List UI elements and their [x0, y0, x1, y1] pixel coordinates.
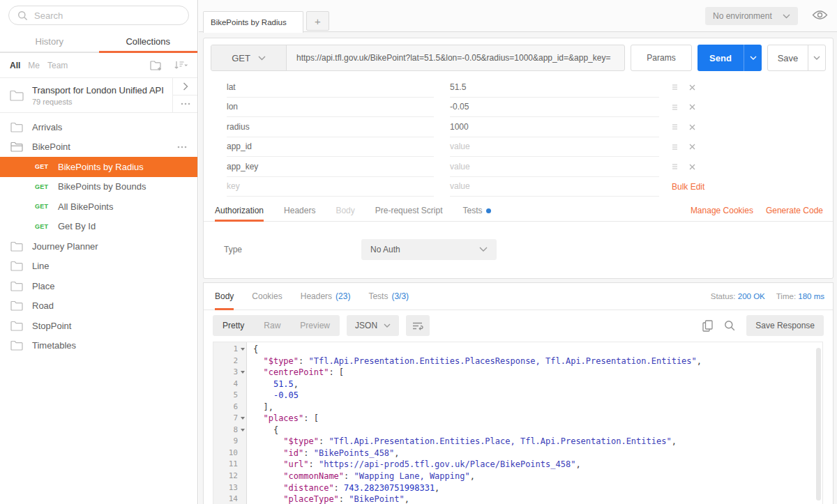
- sidebar-folder[interactable]: StopPoint: [0, 316, 197, 336]
- remove-param-icon[interactable]: [689, 144, 695, 150]
- search-response-icon[interactable]: [724, 320, 735, 331]
- param-value-field[interactable]: 51.5: [450, 77, 659, 98]
- param-value-field[interactable]: value: [450, 177, 659, 197]
- drag-handle-icon[interactable]: [672, 163, 678, 170]
- code-text: -0.05: [247, 390, 299, 402]
- sidebar-folder[interactable]: BikePoint: [0, 137, 197, 158]
- drag-handle-icon[interactable]: [672, 104, 678, 111]
- request-tab[interactable]: BikePoints by Radius: [203, 11, 303, 33]
- sidebar-request[interactable]: GETGet By Id: [0, 217, 197, 237]
- search-box[interactable]: [8, 6, 189, 25]
- remove-param-icon[interactable]: [689, 124, 695, 130]
- fold-icon[interactable]: [241, 429, 245, 434]
- param-key-field[interactable]: key: [227, 177, 434, 197]
- filter-me[interactable]: Me: [28, 61, 40, 70]
- url-input-wrap: [287, 45, 624, 70]
- request-method-badge: GET: [35, 163, 58, 170]
- copy-icon[interactable]: [702, 320, 713, 332]
- line-number: 11: [229, 459, 238, 468]
- sort-icon[interactable]: [174, 61, 188, 70]
- folder-more-options-icon[interactable]: [177, 146, 187, 148]
- sidebar-request[interactable]: GETBikePoints by Bounds: [0, 177, 197, 197]
- remove-param-icon[interactable]: [689, 104, 695, 110]
- filter-team[interactable]: Team: [47, 61, 68, 70]
- param-key-field[interactable]: lon: [227, 98, 434, 118]
- environment-selector[interactable]: No environment: [705, 7, 798, 25]
- drag-handle-icon[interactable]: [672, 84, 678, 91]
- time-value[interactable]: 180 ms: [798, 292, 824, 300]
- request-section-tab-tests[interactable]: Tests: [462, 200, 491, 221]
- param-key-field[interactable]: app_key: [227, 157, 434, 177]
- param-key-field[interactable]: lat: [227, 77, 434, 98]
- request-section-tab-pre-request-script[interactable]: Pre-request Script: [375, 200, 443, 221]
- sidebar-request[interactable]: GETAll BikePoints: [0, 197, 197, 217]
- remove-param-icon[interactable]: [689, 164, 695, 170]
- drag-handle-icon[interactable]: [672, 144, 678, 151]
- param-controls: [659, 117, 833, 137]
- sidebar-folder[interactable]: Road: [0, 296, 197, 316]
- sidebar-folder[interactable]: Line: [0, 257, 197, 277]
- view-mode-raw[interactable]: Raw: [254, 315, 290, 336]
- send-button[interactable]: Send: [698, 45, 762, 71]
- chevron-down-icon: [783, 14, 790, 19]
- send-options-chevron-icon[interactable]: [744, 45, 762, 71]
- wrap-text-button[interactable]: [406, 315, 430, 336]
- remove-param-icon[interactable]: [689, 84, 695, 91]
- response-tab-body[interactable]: Body: [215, 283, 234, 310]
- response-tab-headers[interactable]: Headers(23): [301, 283, 351, 310]
- sidebar-tab-history[interactable]: History: [0, 31, 99, 52]
- new-tab-button[interactable]: +: [306, 11, 329, 31]
- param-value-field[interactable]: value: [450, 157, 659, 177]
- manage-cookies-link[interactable]: Manage Cookies: [691, 206, 753, 215]
- tab-count: (23): [335, 291, 350, 301]
- sidebar-folder[interactable]: Place: [0, 276, 197, 296]
- save-options-chevron-icon[interactable]: [808, 45, 825, 70]
- line-number: 12: [229, 471, 238, 480]
- code-text: "placeType": "BikePoint",: [247, 494, 409, 504]
- collection-more-options-icon[interactable]: [173, 95, 197, 112]
- request-section-tab-authorization[interactable]: Authorization: [215, 200, 264, 221]
- code-token: {: [273, 425, 278, 435]
- sidebar-tab-collections[interactable]: Collections: [99, 31, 198, 52]
- param-key-field[interactable]: radius: [227, 117, 434, 137]
- code-token: ,: [470, 471, 475, 481]
- filter-all[interactable]: All: [10, 61, 20, 70]
- sidebar-request[interactable]: GETBikePoints by Radius: [0, 157, 197, 177]
- view-mode-pretty[interactable]: Pretty: [213, 315, 254, 336]
- params-button[interactable]: Params: [631, 45, 692, 71]
- editor-scrollbar-thumb[interactable]: [816, 348, 821, 501]
- save-button[interactable]: Save: [767, 45, 826, 71]
- response-tab-tests[interactable]: Tests(3/3): [368, 283, 409, 310]
- collection-row[interactable]: Transport for London Unified API 79 requ…: [0, 77, 197, 113]
- format-select[interactable]: JSON: [347, 315, 399, 336]
- save-response-button[interactable]: Save Response: [746, 315, 824, 336]
- param-value-field[interactable]: value: [450, 137, 659, 158]
- sidebar-folder[interactable]: Arrivals: [0, 117, 197, 137]
- sidebar-folder[interactable]: Timetables: [0, 336, 197, 356]
- request-section-tab-headers[interactable]: Headers: [284, 200, 315, 221]
- method-select[interactable]: GET: [211, 45, 287, 70]
- folder-label: StopPoint: [32, 321, 71, 331]
- chevron-right-icon[interactable]: [173, 78, 197, 95]
- view-mode-preview[interactable]: Preview: [290, 315, 340, 336]
- param-value-field[interactable]: 1000: [450, 117, 659, 137]
- auth-type-select[interactable]: No Auth: [361, 239, 497, 260]
- new-collection-icon[interactable]: [150, 60, 163, 71]
- status-value[interactable]: 200 OK: [738, 292, 765, 300]
- code-token: ,: [697, 356, 702, 366]
- url-input[interactable]: [296, 53, 614, 63]
- search-input[interactable]: [34, 10, 180, 21]
- bulk-edit-link[interactable]: Bulk Edit: [672, 182, 704, 192]
- fold-icon[interactable]: [241, 371, 245, 376]
- generate-code-link[interactable]: Generate Code: [766, 206, 823, 215]
- fold-icon[interactable]: [241, 348, 245, 353]
- sidebar-folder[interactable]: Journey Planner: [0, 236, 197, 257]
- auth-type-label: Type: [224, 245, 361, 254]
- param-key-field[interactable]: app_id: [227, 137, 434, 158]
- response-tab-cookies[interactable]: Cookies: [252, 283, 282, 310]
- drag-handle-icon[interactable]: [672, 123, 678, 130]
- environment-preview-eye-icon[interactable]: [812, 10, 828, 20]
- request-section-tab-body[interactable]: Body: [335, 200, 354, 221]
- fold-icon[interactable]: [241, 417, 245, 422]
- param-value-field[interactable]: -0.05: [450, 98, 659, 118]
